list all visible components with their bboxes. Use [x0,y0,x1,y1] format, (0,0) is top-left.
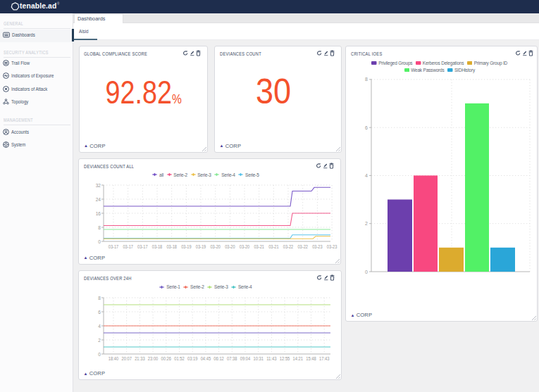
svg-text:03-23: 03-23 [327,244,337,249]
svg-text:03-20: 03-20 [210,244,221,249]
svg-text:03-20: 03-20 [225,244,235,249]
svg-text:03-21: 03-21 [254,244,264,249]
svg-text:06:12: 06:12 [213,356,224,361]
svg-text:15:48: 15:48 [306,356,316,361]
svg-text:03-23: 03-23 [312,244,323,249]
svg-text:03-21: 03-21 [268,244,279,249]
svg-text:09:04: 09:04 [240,356,251,361]
svg-text:21:33: 21:33 [135,356,145,361]
svg-text:03-17: 03-17 [137,244,148,249]
svg-text:2: 2 [365,221,368,226]
svg-text:10:31: 10:31 [253,356,264,361]
svg-text:23:00: 23:00 [148,356,159,361]
svg-text:03-17: 03-17 [123,244,133,249]
svg-text:07:38: 07:38 [227,356,237,361]
svg-text:03-22: 03-22 [283,244,294,249]
svg-text:12:55: 12:55 [280,356,290,361]
svg-text:18:40: 18:40 [109,356,119,361]
svg-text:4: 4 [98,324,101,329]
svg-text:04:45: 04:45 [201,356,211,361]
svg-text:03-17: 03-17 [109,244,119,249]
svg-text:00:26: 00:26 [161,356,172,361]
svg-text:2: 2 [98,338,101,343]
svg-text:03-19: 03-19 [181,244,192,249]
svg-text:03-20: 03-20 [240,244,250,249]
svg-text:03-19: 03-19 [196,244,206,249]
svg-text:8: 8 [365,77,368,82]
svg-text:20:07: 20:07 [121,356,132,361]
svg-text:17:43: 17:43 [319,356,330,361]
svg-text:32: 32 [96,182,101,187]
svg-text:01:52: 01:52 [174,356,185,361]
svg-text:03:19: 03:19 [187,356,198,361]
svg-text:14:21: 14:21 [293,356,304,361]
svg-text:6: 6 [365,125,368,130]
svg-text:8: 8 [98,296,101,301]
svg-text:03-18: 03-18 [166,244,177,249]
svg-text:03-18: 03-18 [152,244,163,249]
svg-text:0: 0 [365,270,368,274]
svg-text:24: 24 [96,196,101,201]
svg-text:03-22: 03-22 [297,244,308,249]
svg-text:4: 4 [365,173,368,178]
svg-text:8: 8 [98,225,101,229]
svg-text:16: 16 [96,210,101,215]
svg-text:11:43: 11:43 [266,356,277,361]
svg-text:6: 6 [98,310,101,315]
